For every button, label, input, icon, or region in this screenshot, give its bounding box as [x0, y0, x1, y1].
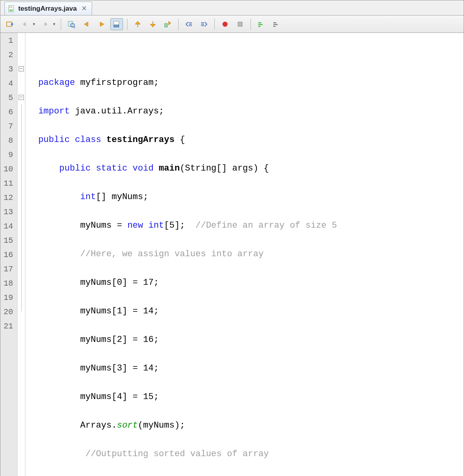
shift-right-button[interactable] — [198, 18, 210, 30]
svg-rect-1 — [10, 10, 13, 11]
svg-point-17 — [222, 21, 227, 27]
svg-line-7 — [74, 27, 75, 28]
file-tab[interactable]: testingArrays.java ✕ — [4, 2, 92, 15]
find-prev-button[interactable] — [80, 18, 93, 30]
start-macro-button[interactable] — [219, 18, 231, 30]
code-area[interactable]: 123456789101112131415161718192021 − − pa… — [0, 33, 464, 476]
svg-rect-18 — [238, 22, 242, 26]
prev-bookmark-button[interactable] — [131, 18, 144, 30]
find-selection-button[interactable] — [65, 18, 78, 30]
svg-point-3 — [11, 6, 12, 8]
editor-pane: testingArrays.java ✕ ▼ ▼ 123456789101112… — [0, 0, 464, 476]
tab-filename: testingArrays.java — [18, 5, 77, 13]
back-button[interactable] — [19, 18, 31, 30]
tab-close-icon[interactable]: ✕ — [80, 4, 87, 13]
tab-bar: testingArrays.java ✕ — [0, 0, 464, 15]
fold-toggle-icon[interactable]: − — [19, 95, 24, 100]
svg-rect-10 — [165, 23, 168, 27]
code-text[interactable]: package myfirstprogram; import java.util… — [25, 33, 464, 476]
toggle-highlight-button[interactable] — [110, 18, 123, 30]
dropdown-icon[interactable]: ▼ — [52, 22, 56, 26]
editor-toolbar: ▼ ▼ — [0, 15, 464, 33]
line-gutter: 123456789101112131415161718192021 — [0, 33, 17, 476]
java-file-icon — [8, 5, 15, 12]
svg-rect-9 — [114, 25, 119, 27]
svg-rect-8 — [114, 21, 119, 25]
svg-point-2 — [10, 6, 11, 8]
fold-toggle-icon[interactable]: − — [19, 66, 24, 71]
comment-button[interactable] — [255, 18, 268, 30]
uncomment-button[interactable] — [270, 18, 283, 30]
last-edit-button[interactable] — [4, 18, 16, 30]
stop-macro-button[interactable] — [234, 18, 246, 30]
dropdown-icon[interactable]: ▼ — [32, 22, 36, 26]
forward-button[interactable] — [39, 18, 52, 30]
next-bookmark-button[interactable] — [146, 18, 159, 30]
find-next-button[interactable] — [95, 18, 108, 30]
fold-column: − − — [17, 33, 25, 476]
toggle-bookmark-button[interactable] — [162, 18, 174, 30]
shift-left-button[interactable] — [183, 18, 195, 30]
